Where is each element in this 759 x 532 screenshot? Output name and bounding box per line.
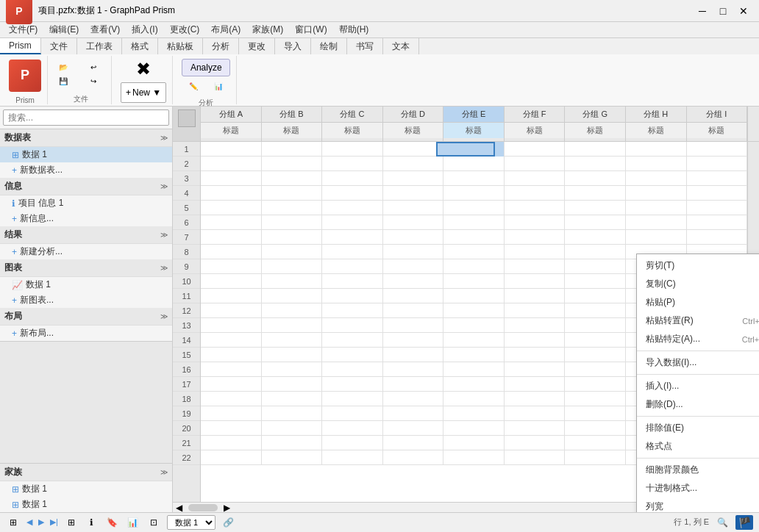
- grid-cell-5-7[interactable]: [626, 201, 687, 215]
- grid-cell-7-1[interactable]: [262, 230, 323, 245]
- undo-button[interactable]: ↩: [82, 61, 105, 73]
- grid-cell-1-7[interactable]: [626, 142, 687, 157]
- grid-cell-21-1[interactable]: [262, 436, 323, 450]
- grid-cell-10-1[interactable]: [262, 274, 323, 289]
- ctx-cut[interactable]: 剪切(T) Ctrl+X: [637, 256, 759, 275]
- grid-cell-13-6[interactable]: [565, 318, 626, 333]
- tab-import[interactable]: 导入: [275, 38, 311, 54]
- section-header-datatable[interactable]: 数据表 ≫: [0, 129, 172, 147]
- grid-cell-14-5[interactable]: [505, 333, 566, 348]
- grid-cell-20-3[interactable]: [383, 421, 444, 436]
- grid-cell-3-6[interactable]: [565, 171, 626, 186]
- menu-family[interactable]: 家族(M): [246, 22, 289, 37]
- grid-cell-20-4[interactable]: [443, 421, 505, 436]
- grid-cell-1-8[interactable]: [687, 142, 748, 157]
- grid-cell-5-2[interactable]: [322, 201, 383, 215]
- grid-cell-16-3[interactable]: [383, 362, 444, 377]
- grid-cell-19-5[interactable]: [505, 406, 566, 421]
- grid-cell-12-6[interactable]: [565, 303, 626, 318]
- sheet-selector[interactable]: 数据 1: [167, 515, 215, 530]
- grid-cell-1-6[interactable]: [565, 142, 626, 157]
- grid-cell-12-4[interactable]: [443, 303, 505, 318]
- grid-cell-4-5[interactable]: [505, 186, 566, 201]
- nav-next-button[interactable]: ▶|: [50, 517, 58, 527]
- grid-cell-16-2[interactable]: [322, 362, 383, 377]
- tab-file[interactable]: 文件: [41, 38, 77, 54]
- grid-cell-13-4[interactable]: [443, 318, 505, 333]
- pencil-button[interactable]: ✏️: [182, 79, 205, 93]
- grid-cell-12-5[interactable]: [505, 303, 566, 318]
- grid-cell-16-4[interactable]: [443, 362, 505, 377]
- ctx-cell-bg[interactable]: 细胞背景颜色 ▶: [637, 461, 759, 479]
- grid-cell-8-1[interactable]: [262, 245, 323, 259]
- grid-cell-7-6[interactable]: [565, 230, 626, 245]
- grid-cell-9-4[interactable]: [443, 259, 505, 274]
- grid-cell-17-1[interactable]: [262, 377, 323, 392]
- grid-cell-21-6[interactable]: [565, 436, 626, 450]
- menu-view[interactable]: 查看(V): [85, 22, 126, 37]
- grid-cell-4-7[interactable]: [626, 186, 687, 201]
- status-grid-button[interactable]: ⊞: [64, 515, 79, 530]
- grid-cell-9-1[interactable]: [262, 259, 323, 274]
- grid-cell-11-0[interactable]: [201, 289, 262, 303]
- grid-cell-3-0[interactable]: [201, 171, 262, 186]
- grid-cell-3-7[interactable]: [626, 171, 687, 186]
- grid-cell-13-2[interactable]: [322, 318, 383, 333]
- grid-cell-18-5[interactable]: [505, 392, 566, 406]
- tab-prism[interactable]: Prism: [0, 38, 41, 54]
- section-header-charts[interactable]: 图表 ≫: [0, 259, 172, 277]
- grid-cell-20-2[interactable]: [322, 421, 383, 436]
- sidebar-item-chart1[interactable]: 📈 数据 1: [0, 277, 172, 292]
- tab-text[interactable]: 文本: [383, 38, 419, 54]
- grid-cell-21-2[interactable]: [322, 436, 383, 450]
- status-flag-button[interactable]: 🏴: [735, 515, 753, 530]
- scroll-right-icon[interactable]: ▶: [221, 503, 233, 513]
- grid-cell-10-3[interactable]: [383, 274, 444, 289]
- grid-cell-5-5[interactable]: [505, 201, 566, 215]
- close-button[interactable]: ✕: [734, 4, 753, 18]
- grid-cell-19-2[interactable]: [322, 406, 383, 421]
- grid-cell-18-3[interactable]: [383, 392, 444, 406]
- grid-cell-18-6[interactable]: [565, 392, 626, 406]
- grid-cell-7-7[interactable]: [626, 230, 687, 245]
- grid-cell-14-0[interactable]: [201, 333, 262, 348]
- tab-format[interactable]: 格式: [122, 38, 158, 54]
- menu-change[interactable]: 更改(C): [164, 22, 206, 37]
- grid-cell-6-3[interactable]: [383, 215, 444, 230]
- family-item-1[interactable]: ⊞ 数据 1: [0, 481, 172, 497]
- grid-cell-1-4[interactable]: [443, 142, 505, 157]
- grid-cell-11-5[interactable]: [505, 289, 566, 303]
- scroll-left-icon[interactable]: ◀: [173, 503, 185, 513]
- grid-cell-3-1[interactable]: [262, 171, 323, 186]
- grid-cell-15-0[interactable]: [201, 348, 262, 362]
- grid-cell-22-6[interactable]: [565, 450, 626, 465]
- grid-cell-1-2[interactable]: [322, 142, 383, 157]
- grid-cell-22-0[interactable]: [201, 450, 262, 465]
- nav-play-button[interactable]: ▶: [38, 517, 44, 527]
- grid-cell-21-5[interactable]: [505, 436, 566, 450]
- grid-cell-17-4[interactable]: [443, 377, 505, 392]
- grid-cell-11-3[interactable]: [383, 289, 444, 303]
- grid-cell-15-1[interactable]: [262, 348, 323, 362]
- grid-cell-22-4[interactable]: [443, 450, 505, 465]
- family-item-2[interactable]: ⊞ 数据 1: [0, 497, 172, 512]
- grid-cell-3-4[interactable]: [443, 171, 505, 186]
- grid-cell-14-3[interactable]: [383, 333, 444, 348]
- section-header-layout[interactable]: 布局 ≫: [0, 308, 172, 326]
- grid-cell-22-2[interactable]: [322, 450, 383, 465]
- grid-cell-10-4[interactable]: [443, 274, 505, 289]
- menu-layout[interactable]: 布局(A): [205, 22, 246, 37]
- grid-cell-19-0[interactable]: [201, 406, 262, 421]
- grid-cell-10-5[interactable]: [505, 274, 566, 289]
- grid-cell-17-5[interactable]: [505, 377, 566, 392]
- grid-cell-17-6[interactable]: [565, 377, 626, 392]
- grid-cell-14-2[interactable]: [322, 333, 383, 348]
- grid-cell-20-6[interactable]: [565, 421, 626, 436]
- grid-cell-8-3[interactable]: [383, 245, 444, 259]
- grid-cell-2-6[interactable]: [565, 157, 626, 171]
- grid-cell-18-1[interactable]: [262, 392, 323, 406]
- grid-cell-2-8[interactable]: [687, 157, 748, 171]
- grid-cell-7-0[interactable]: [201, 230, 262, 245]
- grid-cell-2-0[interactable]: [201, 157, 262, 171]
- grid-cell-6-6[interactable]: [565, 215, 626, 230]
